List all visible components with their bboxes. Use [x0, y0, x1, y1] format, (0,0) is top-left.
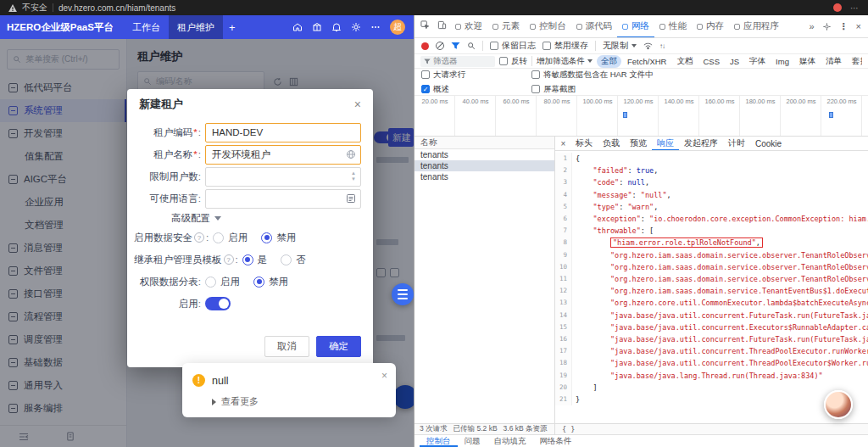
- more-filters-button[interactable]: 增加筛选条件: [537, 56, 593, 67]
- radio-option[interactable]: 禁用: [261, 232, 296, 244]
- invert-checkbox[interactable]: 反转: [499, 56, 527, 67]
- step-down-icon[interactable]: ▼: [351, 176, 356, 182]
- add-tab-button[interactable]: +: [223, 15, 242, 39]
- filter-chip[interactable]: 媒体: [795, 55, 820, 68]
- radio-option[interactable]: 启用: [205, 276, 240, 288]
- filter-chip[interactable]: Img: [771, 56, 793, 67]
- multilang-globe-icon[interactable]: [346, 149, 356, 161]
- detail-tab-initiator[interactable]: 发起程序: [679, 137, 723, 151]
- close-icon[interactable]: ×: [354, 98, 361, 111]
- more-options-icon[interactable]: ⋮: [839, 21, 849, 32]
- assistant-avatar[interactable]: [824, 390, 853, 419]
- confirm-button[interactable]: 确定: [316, 336, 361, 357]
- lookup-list-icon[interactable]: [346, 193, 356, 205]
- preserve-log-checkbox[interactable]: 保留日志: [490, 40, 536, 52]
- detail-tab-cookies[interactable]: Cookie: [750, 137, 787, 151]
- tab-network[interactable]: 网络: [617, 15, 654, 38]
- filter-chip[interactable]: Fetch/XHR: [623, 56, 670, 67]
- user-avatar[interactable]: 超: [390, 20, 405, 35]
- tab-welcome[interactable]: 欢迎: [450, 15, 487, 38]
- advanced-config-toggle[interactable]: 高级配置: [171, 212, 361, 225]
- format-json-button[interactable]: { }: [555, 425, 581, 433]
- detail-tab-headers[interactable]: 标头: [570, 137, 598, 151]
- filter-chip[interactable]: 清单: [821, 55, 846, 68]
- tab-application[interactable]: 应用程序: [729, 15, 784, 38]
- device-toolbar-icon[interactable]: [433, 20, 450, 32]
- cancel-button[interactable]: 取消: [264, 336, 309, 357]
- radio-option[interactable]: 否: [281, 254, 306, 266]
- tab-elements[interactable]: 元素: [487, 15, 525, 38]
- throttling-select[interactable]: 无限制: [603, 40, 637, 52]
- filter-input[interactable]: 筛选器: [420, 56, 495, 67]
- network-option[interactable]: 将敏感数据包含在 HAR 文件中: [531, 70, 861, 81]
- network-overview[interactable]: 20.00 ms40.00 ms60.00 ms80.00 ms100.00 m…: [415, 96, 868, 137]
- tab-performance[interactable]: 性能: [654, 15, 692, 38]
- settings-gear-icon[interactable]: [822, 22, 832, 31]
- close-icon[interactable]: ×: [381, 370, 387, 382]
- view-more-button[interactable]: 查看更多: [212, 395, 386, 408]
- feedback-fab[interactable]: [393, 385, 414, 409]
- network-conditions-icon[interactable]: [643, 42, 653, 50]
- filter-chip[interactable]: JS: [726, 56, 743, 67]
- network-option[interactable]: ✓概述: [421, 84, 531, 95]
- request-name-header[interactable]: 名称: [415, 137, 554, 149]
- detail-tab-response[interactable]: 响应: [652, 137, 679, 151]
- filter-chip[interactable]: 文档: [672, 55, 697, 68]
- tenant-code-input[interactable]: HAND-DEV: [205, 123, 361, 142]
- browser-menu-icon[interactable]: ⋯: [850, 3, 860, 13]
- inspect-element-icon[interactable]: [416, 20, 433, 32]
- user-limit-input[interactable]: ▲▼: [205, 167, 361, 187]
- url-text[interactable]: dev.hzero.com.cn/hiam/tenants: [58, 3, 175, 13]
- filter-icon[interactable]: [451, 42, 460, 50]
- search-icon[interactable]: [467, 42, 476, 50]
- nav-tab[interactable]: 工作台: [124, 15, 169, 39]
- tenant-name-input[interactable]: 开发环境租户: [205, 145, 361, 165]
- detail-tab-payload[interactable]: 负载: [598, 137, 625, 151]
- detail-tab-timing[interactable]: 计时: [723, 137, 750, 151]
- network-option[interactable]: 屏幕截图: [531, 84, 861, 95]
- drawer-tab-network-conditions[interactable]: 网络条件: [533, 435, 579, 447]
- radio-option[interactable]: 是: [242, 254, 268, 266]
- filter-chip[interactable]: 字体: [745, 55, 770, 68]
- radio-option[interactable]: 禁用: [253, 276, 288, 288]
- filter-chip[interactable]: 套接字: [848, 55, 862, 68]
- import-export-har-icon[interactable]: ↑↓: [659, 42, 665, 50]
- drawer-tab-issues[interactable]: 问题: [458, 435, 487, 447]
- tab-sources[interactable]: 源代码: [571, 15, 618, 38]
- app-logo[interactable]: HZERO企业级PaaS平台: [7, 21, 114, 34]
- enabled-toggle[interactable]: [205, 297, 231, 310]
- request-row[interactable]: tenants: [415, 160, 554, 171]
- close-devtools-icon[interactable]: ×: [856, 21, 861, 31]
- browser-profile-avatar[interactable]: [833, 3, 842, 12]
- home-icon[interactable]: [292, 22, 303, 32]
- filter-chip[interactable]: CSS: [698, 56, 724, 67]
- tab-memory[interactable]: 内存: [692, 15, 729, 38]
- network-option[interactable]: 大请求行: [421, 70, 531, 81]
- request-row[interactable]: tenants: [415, 149, 554, 160]
- step-up-icon[interactable]: ▲: [351, 170, 356, 176]
- language-select[interactable]: [205, 189, 361, 209]
- bell-icon[interactable]: [331, 22, 342, 32]
- disable-cache-checkbox[interactable]: 禁用缓存: [542, 40, 588, 52]
- help-icon[interactable]: ?: [194, 232, 204, 243]
- online-service-fab[interactable]: [392, 283, 414, 305]
- nav-tab[interactable]: 租户维护: [169, 15, 223, 39]
- chevron-right-icon[interactable]: »: [809, 21, 814, 31]
- close-detail-icon[interactable]: ×: [556, 139, 570, 148]
- tab-console[interactable]: 控制台: [525, 15, 571, 38]
- record-icon[interactable]: [421, 42, 429, 50]
- apps-icon[interactable]: [312, 22, 322, 32]
- detail-tab-preview[interactable]: 预览: [625, 137, 652, 151]
- radio-option[interactable]: 启用: [213, 232, 248, 244]
- help-icon[interactable]: ?: [224, 254, 234, 265]
- request-row[interactable]: tenants: [415, 171, 554, 182]
- number-stepper[interactable]: ▲▼: [351, 170, 356, 182]
- gear-icon[interactable]: [351, 22, 361, 32]
- token: }: [576, 395, 580, 404]
- clear-icon[interactable]: [436, 42, 444, 50]
- response-body[interactable]: 1{2 "failed": true,3 "code": null,4 "mes…: [555, 151, 868, 423]
- filter-chip[interactable]: 全部: [597, 55, 621, 68]
- more-icon[interactable]: [370, 22, 381, 32]
- drawer-tab-console[interactable]: 控制台: [420, 435, 458, 447]
- drawer-tab-autofill[interactable]: 自动填充: [487, 435, 533, 447]
